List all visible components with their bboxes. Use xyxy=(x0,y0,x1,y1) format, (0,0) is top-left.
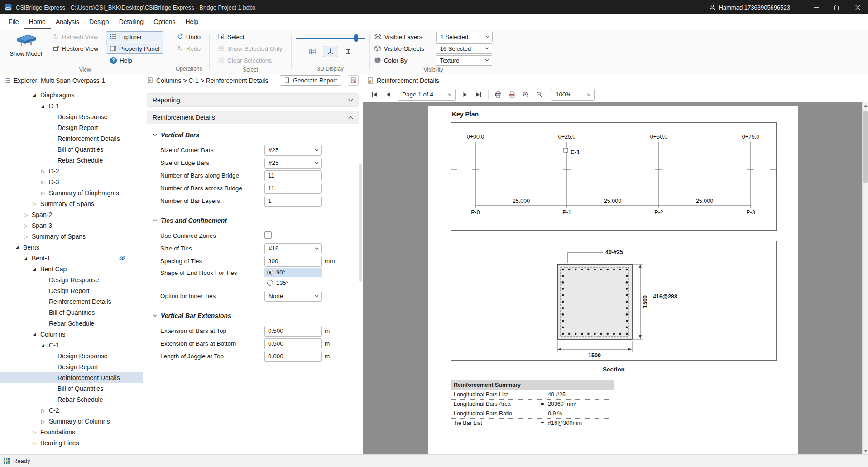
clear-selections-button[interactable]: Clear Selections xyxy=(214,55,287,66)
axes-3d-button[interactable] xyxy=(323,46,338,57)
tree-expand-icon[interactable]: ▷ xyxy=(33,429,40,435)
tree-item-d-3[interactable]: ▷D-3 xyxy=(0,177,143,188)
tree-item-bents[interactable]: ◢Bents xyxy=(0,242,143,253)
tree-item-c-2[interactable]: ▷C-2 xyxy=(0,405,143,416)
tree-expand-icon[interactable]: ▷ xyxy=(24,234,32,240)
previous-page-button[interactable] xyxy=(382,89,394,101)
help-button[interactable]: ? Help xyxy=(106,55,163,66)
size-of-corner-bars-select[interactable]: #25 xyxy=(264,145,322,156)
page-select-dropdown[interactable]: Page 1 of 4 xyxy=(398,89,456,101)
extension-top-input[interactable] xyxy=(264,326,322,337)
scroll-up-icon[interactable] xyxy=(864,105,868,107)
menu-detailing[interactable]: Detailing xyxy=(114,15,149,29)
generate-report-button[interactable]: Generate Report xyxy=(280,75,341,86)
tree-item-rebar-schedule[interactable]: Rebar Schedule xyxy=(0,155,143,166)
slider-handle[interactable] xyxy=(354,34,358,42)
tree-expand-icon[interactable]: ▷ xyxy=(33,201,40,207)
tree-item-bill-of-quantities[interactable]: Bill of Quantities xyxy=(0,144,143,155)
tree-item-summary-of-columns[interactable]: ▷Summary of Columns xyxy=(0,416,143,427)
ties-subsection-header[interactable]: Ties and Confinement xyxy=(153,217,353,224)
show-model-button[interactable]: Show Model xyxy=(6,31,45,57)
show-selected-only-button[interactable]: Show Selected Only xyxy=(214,43,287,54)
restore-view-button[interactable]: Restore View xyxy=(49,43,102,54)
export-pdf-button[interactable]: PDF xyxy=(506,89,518,101)
girder-section-button[interactable] xyxy=(341,46,356,57)
tree-item-rebar-schedule[interactable]: Rebar Schedule xyxy=(0,318,143,329)
refresh-view-button[interactable]: ↻ Refresh View xyxy=(49,31,102,42)
tree-item-bill-of-quantities[interactable]: Bill of Quantities xyxy=(0,307,143,318)
tree-item-c-1[interactable]: ◢C-1 xyxy=(0,340,143,351)
select-button[interactable]: Select xyxy=(214,31,287,42)
grid-view-button[interactable] xyxy=(305,46,320,57)
undo-button[interactable]: ↺ Undo xyxy=(173,31,205,42)
joggle-length-input[interactable] xyxy=(264,351,322,362)
report-scrollbar[interactable] xyxy=(862,102,868,454)
bar-layers-input[interactable] xyxy=(264,196,322,207)
properties-scrollbar-thumb[interactable] xyxy=(359,164,362,282)
tree-expand-icon[interactable]: ▷ xyxy=(41,179,49,185)
tree-item-reinforcement-details[interactable]: Reinforcement Details xyxy=(0,372,143,383)
tree-item-reinforcement-details[interactable]: Reinforcement Details xyxy=(0,133,143,144)
zoom-level-dropdown[interactable]: 100% xyxy=(551,89,595,101)
bars-along-bridge-input[interactable] xyxy=(264,170,322,181)
zoom-in-button[interactable] xyxy=(519,89,532,101)
size-of-edge-bars-select[interactable]: #25 xyxy=(264,158,322,169)
tree-expand-icon[interactable]: ▷ xyxy=(33,440,40,446)
menu-options[interactable]: Options xyxy=(149,15,180,29)
tree-expand-icon[interactable]: ▷ xyxy=(41,169,49,174)
tree-item-span-2[interactable]: ▷Span-2 xyxy=(0,209,143,220)
tree-item-bill-of-quantities[interactable]: Bill of Quantities xyxy=(0,383,143,394)
tree-collapse-icon[interactable]: ◢ xyxy=(15,245,23,250)
scroll-down-icon[interactable] xyxy=(864,450,868,452)
last-page-button[interactable] xyxy=(472,89,484,101)
tree-collapse-icon[interactable]: ◢ xyxy=(24,256,32,260)
property-panel-toggle-button[interactable]: Property Panel xyxy=(106,43,163,54)
tree-expand-icon[interactable]: ▷ xyxy=(24,212,32,218)
tree-item-bent-cap[interactable]: ◢Bent Cap xyxy=(0,264,143,274)
menu-help[interactable]: Help xyxy=(180,15,203,29)
first-page-button[interactable] xyxy=(369,89,381,101)
color-by-dropdown[interactable]: Texture xyxy=(436,55,492,66)
minimize-button[interactable] xyxy=(806,0,826,14)
tree-expand-icon[interactable]: ▷ xyxy=(24,223,32,229)
explorer-toggle-button[interactable]: Explorer xyxy=(106,31,163,42)
tree-item-design-report[interactable]: Design Report xyxy=(0,285,143,296)
next-page-button[interactable] xyxy=(459,89,471,101)
tree-item-d-2[interactable]: ▷D-2 xyxy=(0,166,143,177)
tree-item-design-report[interactable]: Design Report xyxy=(0,361,143,372)
vertical-bars-subsection-header[interactable]: Vertical Bars xyxy=(153,131,353,139)
tree-item-summary-of-spans[interactable]: ▷Summary of Spans xyxy=(0,198,143,209)
tree-item-design-response[interactable]: Design Response xyxy=(0,351,143,361)
use-confined-zones-checkbox[interactable] xyxy=(264,231,272,239)
tree-item-bearing-lines[interactable]: ▷Bearing Lines xyxy=(0,438,143,448)
visible-layers-dropdown[interactable]: 1 Selected xyxy=(436,32,493,42)
reinforcement-details-section-header[interactable]: Reinforcement Details xyxy=(147,111,359,124)
tree-collapse-icon[interactable]: ◢ xyxy=(33,332,40,337)
menu-design[interactable]: Design xyxy=(84,15,114,29)
menu-analysis[interactable]: Analysis xyxy=(51,15,84,29)
inner-ties-select[interactable]: None xyxy=(264,291,322,302)
menu-file[interactable]: File xyxy=(4,15,24,29)
menu-home[interactable]: Home xyxy=(24,15,51,29)
close-button[interactable] xyxy=(847,0,868,14)
tree-item-bent-1[interactable]: ◢Bent-1 xyxy=(0,253,143,264)
user-account-button[interactable]: Hammad 17363905696523 xyxy=(709,4,790,11)
reporting-section-header[interactable]: Reporting xyxy=(147,93,359,107)
tree-item-summary-of-diaphragms[interactable]: ▷Summary of Diaphragms xyxy=(0,188,143,198)
tree-collapse-icon[interactable]: ◢ xyxy=(41,104,49,108)
tree-item-diaphragms[interactable]: ◢Diaphragms xyxy=(0,90,143,101)
tree-item-reinforcement-details[interactable]: Reinforcement Details xyxy=(0,296,143,307)
tree-collapse-icon[interactable]: ◢ xyxy=(41,343,49,347)
spacing-of-ties-input[interactable] xyxy=(264,256,322,267)
tree-item-design-report[interactable]: Design Report xyxy=(0,122,143,133)
tree-item-design-response[interactable]: Design Response xyxy=(0,274,143,285)
tree-item-summary-of-spans[interactable]: ▷Summary of Spans xyxy=(0,231,143,242)
extensions-subsection-header[interactable]: Vertical Bar Extensions xyxy=(153,312,353,319)
tree-collapse-icon[interactable]: ◢ xyxy=(33,267,40,271)
tree-expand-icon[interactable]: ▷ xyxy=(41,190,49,196)
tree-item-d-1[interactable]: ◢D-1 xyxy=(0,101,143,111)
bars-across-bridge-input[interactable] xyxy=(264,183,322,194)
tree-expand-icon[interactable]: ▷ xyxy=(41,408,49,414)
redo-button[interactable]: ↻ Redo xyxy=(173,43,205,54)
report-scrollbar-thumb[interactable] xyxy=(863,111,868,183)
